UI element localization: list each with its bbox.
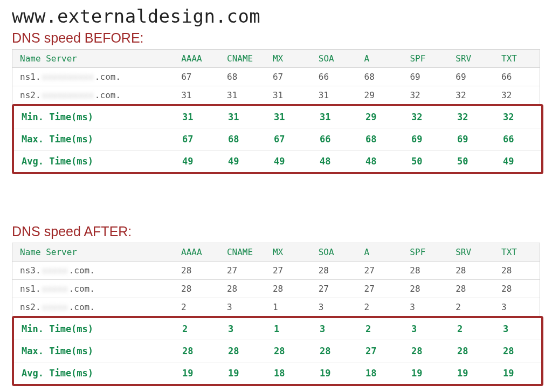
stats-value: 49 xyxy=(220,150,266,173)
after-stats-highlight: Min. Time(ms) 2 3 1 3 2 3 2 3 Max. Time(… xyxy=(12,316,543,386)
table-row: ns2.xxxxx.com. 2 3 1 3 2 3 2 3 xyxy=(12,298,540,316)
stats-label: Avg. Time(ms) xyxy=(14,362,175,384)
before-stats-table: Min. Time(ms) 31 31 31 31 29 32 32 32 Ma… xyxy=(14,106,541,172)
col-mx: MX xyxy=(265,50,311,68)
stats-value: 3 xyxy=(404,318,450,340)
col-soa: SOA xyxy=(311,50,357,68)
ns-suffix: .com. xyxy=(95,72,121,82)
stats-row-avg: Avg. Time(ms) 49 49 49 48 48 50 50 49 xyxy=(14,150,541,173)
col-cname: CNAME xyxy=(219,243,265,262)
col-srv: SRV xyxy=(448,243,494,262)
stats-value: 1 xyxy=(266,318,312,340)
value-cell: 67 xyxy=(265,68,311,86)
ns-prefix: ns2. xyxy=(20,90,41,100)
before-heading: DNS speed BEFORE: xyxy=(12,30,540,46)
col-aaaa: AAAA xyxy=(174,243,219,262)
stats-value: 28 xyxy=(450,340,495,362)
value-cell: 69 xyxy=(402,68,448,86)
col-a: A xyxy=(357,50,403,68)
col-a: A xyxy=(357,243,403,262)
stats-label: Min. Time(ms) xyxy=(14,106,175,128)
value-cell: 2 xyxy=(448,298,494,316)
stats-row-avg: Avg. Time(ms) 19 19 18 19 18 19 19 19 xyxy=(14,362,541,384)
col-soa: SOA xyxy=(311,243,357,262)
stats-row-min: Min. Time(ms) 31 31 31 31 29 32 32 32 xyxy=(14,106,541,128)
col-aaaa: AAAA xyxy=(174,50,219,68)
ns-prefix: ns3. xyxy=(20,265,41,276)
table-header-row: Name Server AAAA CNAME MX SOA A SPF SRV … xyxy=(12,243,540,262)
stats-value: 68 xyxy=(220,128,266,150)
value-cell: 3 xyxy=(494,298,540,316)
name-server-cell: ns2.xxxxxxxxxx.com. xyxy=(12,86,174,104)
value-cell: 66 xyxy=(494,68,540,86)
value-cell: 28 xyxy=(494,280,540,298)
name-server-cell: ns1.xxxxxxxxxx.com. xyxy=(12,68,174,86)
stats-value: 19 xyxy=(175,362,220,384)
stats-value: 18 xyxy=(358,362,404,384)
col-txt: TXT xyxy=(494,243,540,262)
value-cell: 32 xyxy=(494,86,540,104)
value-cell: 28 xyxy=(402,280,448,298)
stats-value: 67 xyxy=(266,128,312,150)
stats-value: 48 xyxy=(358,150,404,173)
stats-value: 48 xyxy=(312,150,358,173)
value-cell: 31 xyxy=(311,86,357,104)
value-cell: 27 xyxy=(265,262,311,280)
site-title: www.externaldesign.com xyxy=(12,5,540,27)
after-servers-table: Name Server AAAA CNAME MX SOA A SPF SRV … xyxy=(12,243,540,317)
stats-value: 19 xyxy=(404,362,450,384)
stats-value: 28 xyxy=(266,340,312,362)
stats-value: 31 xyxy=(175,106,220,128)
after-stats-table: Min. Time(ms) 2 3 1 3 2 3 2 3 Max. Time(… xyxy=(14,318,541,384)
stats-label: Avg. Time(ms) xyxy=(14,150,175,173)
stats-value: 19 xyxy=(450,362,495,384)
table-row: ns1.xxxxx.com. 28 28 28 27 27 28 28 28 xyxy=(12,280,540,298)
ns-suffix: .com. xyxy=(69,265,95,276)
stats-value: 28 xyxy=(404,340,450,362)
value-cell: 3 xyxy=(219,298,265,316)
stats-value: 31 xyxy=(266,106,312,128)
value-cell: 28 xyxy=(402,262,448,280)
value-cell: 31 xyxy=(219,86,265,104)
stats-value: 50 xyxy=(404,150,450,173)
col-name-server: Name Server xyxy=(12,243,174,262)
value-cell: 69 xyxy=(448,68,494,86)
col-spf: SPF xyxy=(402,243,448,262)
stats-value: 28 xyxy=(312,340,358,362)
value-cell: 28 xyxy=(494,262,540,280)
value-cell: 28 xyxy=(174,280,219,298)
stats-value: 28 xyxy=(175,340,220,362)
value-cell: 3 xyxy=(402,298,448,316)
ns-prefix: ns1. xyxy=(20,72,41,82)
stats-value: 3 xyxy=(495,318,541,340)
ns-suffix: .com. xyxy=(69,302,95,312)
value-cell: 28 xyxy=(219,280,265,298)
ns-suffix: .com. xyxy=(95,90,121,100)
ns-hidden: xxxxxxxxxx xyxy=(41,90,95,100)
ns-prefix: ns1. xyxy=(20,284,41,294)
value-cell: 66 xyxy=(311,68,357,86)
col-mx: MX xyxy=(265,243,311,262)
stats-value: 67 xyxy=(175,128,220,150)
table-row: ns2.xxxxxxxxxx.com. 31 31 31 31 29 32 32… xyxy=(12,86,540,104)
value-cell: 28 xyxy=(174,262,219,280)
value-cell: 27 xyxy=(357,280,403,298)
stats-label: Max. Time(ms) xyxy=(14,340,175,362)
col-cname: CNAME xyxy=(219,50,265,68)
stats-value: 28 xyxy=(220,340,266,362)
ns-hidden: xxxxxxxxxx xyxy=(41,72,95,82)
stats-row-max: Max. Time(ms) 28 28 28 28 27 28 28 28 xyxy=(14,340,541,362)
value-cell: 28 xyxy=(265,280,311,298)
stats-value: 19 xyxy=(312,362,358,384)
stats-row-min: Min. Time(ms) 2 3 1 3 2 3 2 3 xyxy=(14,318,541,340)
table-row: ns1.xxxxxxxxxx.com. 67 68 67 66 68 69 69… xyxy=(12,68,540,86)
after-heading: DNS speed AFTER: xyxy=(12,224,540,239)
ns-suffix: .com. xyxy=(69,284,95,294)
stats-value: 68 xyxy=(358,128,404,150)
name-server-cell: ns1.xxxxx.com. xyxy=(12,280,174,298)
value-cell: 1 xyxy=(265,298,311,316)
before-stats-highlight: Min. Time(ms) 31 31 31 31 29 32 32 32 Ma… xyxy=(12,104,543,174)
stats-value: 49 xyxy=(495,150,541,173)
stats-value: 19 xyxy=(495,362,541,384)
value-cell: 29 xyxy=(357,86,403,104)
